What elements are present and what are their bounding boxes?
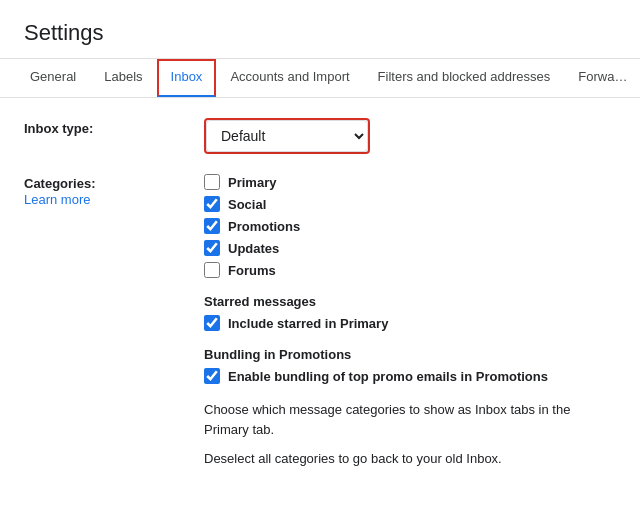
description-2: Deselect all categories to go back to yo…	[204, 449, 604, 469]
categories-row: Categories: Learn more Primary Social Pr…	[24, 174, 616, 469]
inbox-type-select[interactable]: Default Important first Unread first Sta…	[206, 120, 368, 152]
starred-label: Include starred in Primary	[228, 316, 388, 331]
inbox-type-select-wrapper: Default Important first Unread first Sta…	[204, 118, 370, 154]
category-forums: Forums	[204, 262, 616, 278]
inbox-type-row: Inbox type: Default Important first Unre…	[24, 118, 616, 154]
promotions-checkbox[interactable]	[204, 218, 220, 234]
bundling-checkbox[interactable]	[204, 368, 220, 384]
primary-checkbox[interactable]	[204, 174, 220, 190]
tab-general[interactable]: General	[16, 59, 90, 97]
promotions-label: Promotions	[228, 219, 300, 234]
tab-inbox[interactable]: Inbox	[157, 59, 217, 98]
primary-label: Primary	[228, 175, 276, 190]
tab-accounts[interactable]: Accounts and Import	[216, 59, 363, 97]
updates-checkbox[interactable]	[204, 240, 220, 256]
forums-checkbox[interactable]	[204, 262, 220, 278]
inbox-type-label: Inbox type:	[24, 121, 93, 136]
tab-filters[interactable]: Filters and blocked addresses	[364, 59, 565, 97]
forums-label: Forums	[228, 263, 276, 278]
categories-label-col: Categories: Learn more	[24, 174, 204, 207]
category-social: Social	[204, 196, 616, 212]
tab-forwarding[interactable]: Forwa…	[564, 59, 640, 97]
category-updates: Updates	[204, 240, 616, 256]
updates-label: Updates	[228, 241, 279, 256]
bundling-item: Enable bundling of top promo emails in P…	[204, 368, 616, 384]
categories-section: Primary Social Promotions Updates Forums	[204, 174, 616, 278]
settings-content: Inbox type: Default Important first Unre…	[0, 98, 640, 509]
inbox-type-value-col: Default Important first Unread first Sta…	[204, 118, 616, 154]
learn-more-link[interactable]: Learn more	[24, 192, 90, 207]
starred-heading: Starred messages	[204, 294, 616, 309]
categories-label: Categories:	[24, 176, 204, 191]
inbox-type-label-col: Inbox type:	[24, 118, 204, 136]
page-title: Settings	[0, 0, 640, 58]
social-label: Social	[228, 197, 266, 212]
bundling-heading: Bundling in Promotions	[204, 347, 616, 362]
starred-item: Include starred in Primary	[204, 315, 616, 331]
description-1: Choose which message categories to show …	[204, 400, 604, 439]
starred-checkbox[interactable]	[204, 315, 220, 331]
tabs-bar: General Labels Inbox Accounts and Import…	[0, 59, 640, 98]
bundling-label: Enable bundling of top promo emails in P…	[228, 369, 548, 384]
category-promotions: Promotions	[204, 218, 616, 234]
social-checkbox[interactable]	[204, 196, 220, 212]
category-primary: Primary	[204, 174, 616, 190]
categories-value-col: Primary Social Promotions Updates Forums	[204, 174, 616, 469]
tab-labels[interactable]: Labels	[90, 59, 156, 97]
